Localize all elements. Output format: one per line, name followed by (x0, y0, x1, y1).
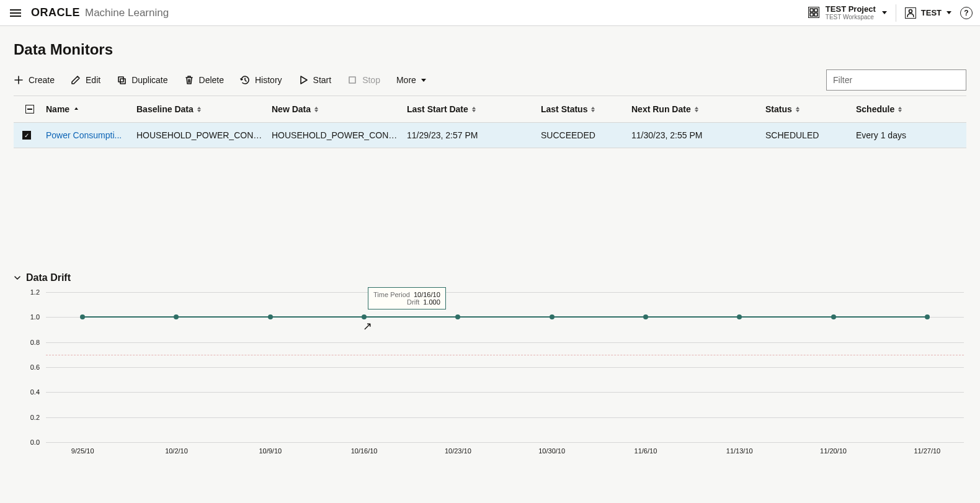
create-button[interactable]: Create (14, 75, 55, 85)
delete-label: Delete (199, 75, 224, 85)
user-icon (905, 7, 916, 19)
sort-icon (695, 107, 698, 112)
col-last-start-label: Last Start Date (407, 104, 468, 114)
x-tick-label: 10/16/10 (351, 447, 378, 455)
project-name: TEST Project (826, 5, 876, 14)
data-drift-section: Data Drift 0.00.20.40.60.81.01.2 Time Pe… (14, 272, 966, 460)
filter-input[interactable] (826, 69, 966, 91)
col-schedule[interactable]: Schedule (856, 104, 937, 114)
row-name-link[interactable]: Power Consumpti... (46, 130, 136, 140)
data-point[interactable] (362, 314, 367, 319)
data-point[interactable] (737, 314, 742, 319)
col-name-label: Name (46, 104, 69, 114)
col-newdata[interactable]: New Data (272, 104, 407, 114)
data-point[interactable] (268, 314, 273, 319)
stop-label: Stop (362, 75, 380, 85)
user-picker[interactable]: TEST (905, 7, 951, 19)
help-icon[interactable]: ? (960, 7, 973, 19)
checked-checkbox-icon: ✓ (22, 131, 31, 140)
svg-rect-6 (120, 79, 125, 84)
data-point[interactable] (550, 314, 555, 319)
pencil-icon (71, 75, 81, 85)
start-label: Start (313, 75, 332, 85)
edit-label: Edit (86, 75, 100, 85)
data-drift-toggle[interactable]: Data Drift (14, 272, 966, 283)
y-tick-label: 0.6 (30, 363, 40, 371)
duplicate-button[interactable]: Duplicate (117, 75, 167, 85)
header-right: TEST Project TEST Workspace TEST ? (808, 4, 973, 22)
delete-button[interactable]: Delete (184, 75, 224, 85)
table-row[interactable]: ✓ Power Consumpti... HOUSEHOLD_POWER_CON… (14, 122, 966, 148)
create-label: Create (29, 75, 55, 85)
x-axis: 9/25/1010/2/1010/9/1010/16/1010/23/1010/… (46, 447, 964, 460)
data-point[interactable] (80, 314, 85, 319)
sort-icon (591, 107, 595, 112)
menu-icon[interactable] (7, 7, 24, 19)
row-last-start: 11/29/23, 2:57 PM (407, 130, 541, 140)
duplicate-label: Duplicate (131, 75, 167, 85)
svg-rect-1 (814, 9, 817, 12)
toolbar: Create Edit Duplicate Delete History Sta… (14, 75, 426, 85)
data-point[interactable] (643, 314, 648, 319)
row-status: SCHEDULED (765, 130, 856, 140)
brand-product: Machine Learning (85, 7, 169, 19)
table-header-row: Name Baseline Data New Data Last Start D… (14, 96, 966, 122)
row-newdata: HOUSEHOLD_POWER_CONS... (272, 130, 407, 140)
col-next-run[interactable]: Next Run Date (631, 104, 765, 114)
more-button[interactable]: More (396, 75, 426, 85)
gridline (46, 442, 964, 443)
plus-icon (14, 75, 24, 85)
project-icon (808, 7, 819, 18)
play-icon (298, 75, 308, 85)
chart-plot-area: Time Period10/16/10Drift1.000↖ (46, 292, 964, 442)
col-name[interactable]: Name (46, 104, 136, 114)
more-label: More (396, 75, 416, 85)
gridline (46, 392, 964, 393)
project-picker[interactable]: TEST Project TEST Workspace (808, 5, 887, 20)
col-status[interactable]: Status (765, 104, 856, 114)
data-point[interactable] (455, 314, 460, 319)
start-button[interactable]: Start (298, 75, 332, 85)
brand: ORACLE Machine Learning (31, 6, 169, 19)
col-status-label: Status (765, 104, 792, 114)
sort-icon (472, 107, 476, 112)
y-axis: 0.00.20.40.60.81.01.2 (17, 292, 42, 442)
data-point[interactable] (831, 314, 836, 319)
gridline (46, 417, 964, 418)
history-icon (240, 75, 250, 85)
svg-rect-3 (814, 13, 817, 16)
chevron-down-icon (882, 11, 887, 14)
col-schedule-label: Schedule (856, 104, 894, 114)
x-tick-label: 10/9/10 (259, 447, 282, 455)
svg-rect-0 (810, 9, 813, 12)
col-last-status[interactable]: Last Status (541, 104, 631, 114)
col-baseline[interactable]: Baseline Data (136, 104, 272, 114)
data-line (82, 316, 927, 318)
col-next-run-label: Next Run Date (631, 104, 691, 114)
gridline (46, 342, 964, 343)
drift-chart[interactable]: 0.00.20.40.60.81.01.2 Time Period10/16/1… (17, 292, 966, 460)
x-tick-label: 11/13/10 (726, 447, 753, 455)
chart-tooltip: Time Period10/16/10Drift1.000 (368, 287, 446, 309)
x-tick-label: 10/30/10 (538, 447, 565, 455)
row-schedule: Every 1 days (856, 130, 937, 140)
indeterminate-checkbox-icon (25, 105, 34, 114)
y-tick-label: 0.0 (30, 438, 40, 446)
x-tick-label: 11/6/10 (635, 447, 657, 455)
stop-button[interactable]: Stop (347, 75, 380, 85)
data-point[interactable] (925, 314, 930, 319)
svg-rect-5 (118, 77, 123, 82)
user-name: TEST (921, 8, 942, 17)
workspace-name: TEST Workspace (826, 14, 876, 20)
data-point[interactable] (174, 314, 179, 319)
stop-icon (347, 75, 357, 85)
x-tick-label: 9/25/10 (71, 447, 94, 455)
toolbar-row: Create Edit Duplicate Delete History Sta… (14, 69, 966, 96)
svg-rect-2 (810, 13, 813, 16)
edit-button[interactable]: Edit (71, 75, 100, 85)
row-checkbox-cell[interactable]: ✓ (14, 131, 46, 140)
history-button[interactable]: History (240, 75, 282, 85)
select-all-header[interactable] (14, 105, 46, 114)
svg-rect-7 (349, 77, 355, 83)
col-last-start[interactable]: Last Start Date (407, 104, 541, 114)
